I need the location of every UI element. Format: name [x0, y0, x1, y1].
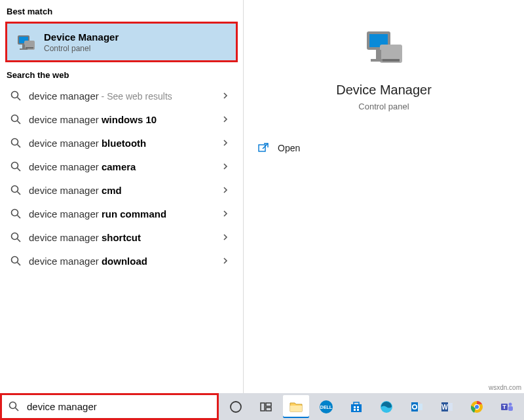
search-icon [9, 89, 22, 102]
svg-line-19 [18, 239, 21, 242]
web-suggestion-list: device manager - See web resultsdevice m… [0, 84, 243, 273]
chrome-taskbar-button[interactable] [464, 395, 490, 418]
svg-text:DELL: DELL [320, 405, 333, 410]
best-match-title: Device Manager [44, 31, 119, 43]
svg-point-14 [12, 186, 18, 193]
search-icon [9, 183, 22, 197]
search-icon [9, 113, 22, 126]
best-match-result[interactable]: Device Manager Control panel [5, 22, 238, 62]
cortana-icon [229, 400, 242, 413]
device-manager-icon [14, 30, 37, 54]
svg-rect-28 [259, 145, 265, 151]
svg-line-30 [16, 408, 19, 411]
open-action[interactable]: Open [254, 135, 514, 161]
file-explorer-icon [289, 400, 303, 414]
outlook-taskbar-button[interactable] [403, 395, 430, 418]
search-icon [9, 207, 22, 220]
search-icon [9, 160, 22, 173]
svg-line-7 [18, 98, 21, 101]
open-label: Open [278, 143, 300, 153]
search-icon [9, 401, 20, 413]
suggestion-text: device manager cmd [29, 185, 222, 196]
preview-panel: Device Manager Control panel Open [244, 0, 524, 393]
word-taskbar-button[interactable]: W [434, 395, 460, 418]
svg-rect-5 [26, 47, 33, 48]
chevron-right-icon [222, 258, 234, 264]
svg-text:T: T [502, 404, 506, 410]
svg-text:W: W [441, 404, 448, 411]
web-suggestion[interactable]: device manager cmd [3, 178, 240, 202]
suggestion-text: device manager - See web results [29, 90, 222, 102]
dell-icon: DELL [319, 400, 333, 414]
search-box[interactable] [0, 393, 219, 420]
svg-point-56 [509, 402, 512, 406]
svg-rect-27 [383, 59, 400, 62]
svg-point-16 [12, 210, 18, 216]
chevron-right-icon [222, 92, 234, 99]
chevron-right-icon [222, 187, 234, 193]
web-suggestion[interactable]: device manager download [3, 249, 240, 273]
svg-line-13 [18, 168, 21, 172]
dell-taskbar-button[interactable]: DELL [313, 395, 339, 418]
svg-line-11 [18, 145, 21, 148]
web-suggestion[interactable]: device manager shortcut [3, 225, 240, 249]
edge-icon [380, 400, 393, 413]
bottom-bar: DELLWT [0, 393, 524, 420]
svg-line-21 [18, 263, 21, 266]
svg-rect-42 [354, 409, 356, 411]
svg-point-6 [12, 92, 18, 98]
svg-rect-32 [261, 403, 265, 411]
svg-rect-50 [448, 403, 453, 411]
search-input[interactable] [27, 401, 210, 412]
edge-taskbar-button[interactable] [373, 395, 400, 418]
svg-point-8 [12, 115, 18, 122]
suggestion-text: device manager download [29, 256, 222, 267]
preview-title: Device Manager [336, 83, 432, 98]
chevron-right-icon [222, 234, 234, 240]
suggestion-text: device manager run command [29, 208, 222, 220]
svg-rect-33 [266, 403, 271, 406]
cortana-taskbar-button[interactable] [223, 395, 249, 418]
chevron-right-icon [222, 163, 234, 170]
web-suggestion[interactable]: device manager - See web results [3, 84, 240, 107]
taskbar: DELLWT [219, 393, 524, 420]
task-view-icon [259, 400, 272, 413]
svg-rect-34 [266, 408, 271, 411]
svg-rect-41 [357, 406, 359, 408]
best-match-subtitle: Control panel [44, 44, 119, 53]
svg-point-18 [12, 233, 18, 240]
svg-rect-38 [351, 404, 362, 412]
svg-line-9 [18, 121, 21, 124]
web-suggestion[interactable]: device manager camera [3, 155, 240, 178]
svg-rect-40 [354, 406, 356, 408]
svg-rect-4 [20, 48, 28, 50]
svg-rect-35 [290, 406, 302, 411]
best-match-label: Best match [0, 4, 243, 20]
microsoft-store-taskbar-button[interactable] [343, 395, 369, 418]
svg-rect-3 [22, 45, 25, 48]
svg-rect-25 [376, 50, 381, 59]
search-web-label: Search the web [0, 67, 243, 84]
web-suggestion[interactable]: device manager run command [3, 202, 240, 225]
chevron-right-icon [222, 140, 234, 146]
suggestion-text: device manager shortcut [29, 232, 222, 243]
search-icon [9, 254, 22, 267]
device-manager-icon [360, 26, 407, 73]
svg-point-20 [12, 257, 18, 263]
web-suggestion[interactable]: device manager windows 10 [3, 107, 240, 131]
task-view-taskbar-button[interactable] [253, 395, 279, 418]
svg-point-10 [12, 139, 18, 145]
file-explorer-taskbar-button[interactable] [283, 395, 309, 418]
teams-icon: T [500, 400, 514, 413]
svg-rect-43 [357, 409, 359, 411]
search-icon [9, 231, 22, 244]
svg-point-12 [12, 162, 18, 169]
word-icon: W [440, 400, 453, 413]
svg-rect-39 [354, 402, 359, 405]
web-suggestion[interactable]: device manager bluetooth [3, 131, 240, 155]
open-icon [257, 142, 270, 155]
microsoft-store-icon [350, 400, 363, 413]
svg-point-31 [231, 402, 241, 412]
svg-point-29 [10, 402, 16, 408]
teams-taskbar-button[interactable]: T [494, 395, 520, 418]
